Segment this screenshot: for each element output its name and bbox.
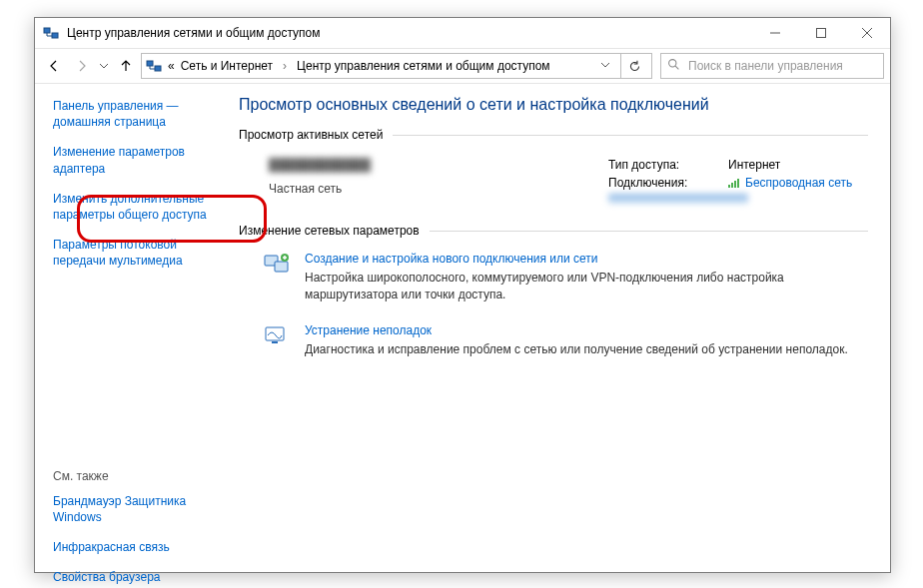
search-box[interactable] [660,53,884,79]
sidebar-link-sharing[interactable]: Изменить дополнительные параметры общего… [53,191,213,223]
svg-rect-4 [155,66,161,71]
access-type-label: Тип доступа: [608,158,708,172]
svg-rect-10 [272,341,278,343]
recent-button[interactable] [97,53,111,79]
section-active-networks: Просмотр активных сетей [239,128,868,142]
see-also-heading: См. также [53,469,213,483]
sidebar-link-streaming[interactable]: Параметры потоковой передачи мультимедиа [53,237,213,269]
sidebar-link-adapter[interactable]: Изменение параметров адаптера [53,144,213,176]
wifi-bars-icon [728,178,739,188]
close-button[interactable] [844,18,890,48]
maximize-button[interactable] [798,18,844,48]
section-change-settings: Изменение сетевых параметров [239,224,868,238]
breadcrumb-prefix: « [168,59,175,73]
connection-link[interactable]: Беспроводная сеть [728,176,852,190]
svg-rect-3 [147,61,153,66]
sidebar-link-browser[interactable]: Свойства браузера [53,569,213,585]
back-button[interactable] [41,53,67,79]
address-bar: « Сеть и Интернет › Центр управления сет… [35,49,890,84]
network-center-icon [146,58,162,74]
sidebar-link-home[interactable]: Панель управления — домашняя страница [53,98,213,130]
minimize-button[interactable] [752,18,798,48]
svg-point-5 [669,60,676,67]
address-dropdown-button[interactable] [596,59,614,73]
svg-rect-1 [52,33,58,38]
new-connection-link[interactable]: Создание и настройка нового подключения … [305,252,868,266]
access-type-value: Интернет [728,158,780,172]
troubleshoot-link[interactable]: Устранение неполадок [305,323,848,337]
svg-rect-2 [817,29,826,38]
breadcrumb-item[interactable]: Сеть и Интернет [181,59,273,73]
troubleshoot-desc: Диагностика и исправление проблем с сеть… [305,341,848,358]
troubleshoot-icon [263,323,291,347]
window-title: Центр управления сетями и общим доступом [67,26,752,40]
search-input[interactable] [686,58,877,74]
breadcrumb-box[interactable]: « Сеть и Интернет › Центр управления сет… [141,53,652,79]
refresh-button[interactable] [620,54,647,78]
sidebar: Панель управления — домашняя страница Из… [35,84,225,574]
titlebar: Центр управления сетями и общим доступом [35,18,890,49]
svg-rect-0 [44,28,50,33]
chevron-right-icon[interactable]: › [279,59,291,73]
sidebar-link-infrared[interactable]: Инфракрасная связь [53,539,213,555]
up-button[interactable] [113,53,139,79]
new-connection-icon [263,252,291,276]
page-title: Просмотр основных сведений о сети и наст… [239,96,868,114]
svg-rect-7 [275,262,288,272]
control-panel-window: Центр управления сетями и общим доступом… [34,17,891,573]
connections-label: Подключения: [608,176,708,190]
active-network-type: Частная сеть [269,182,608,196]
new-connection-desc: Настройка широкополосного, коммутируемог… [305,270,868,303]
breadcrumb-item[interactable]: Центр управления сетями и общим доступом [297,59,550,73]
forward-button[interactable] [69,53,95,79]
ssid-blurred [608,194,748,204]
main-content: Просмотр основных сведений о сети и наст… [225,84,890,574]
sidebar-link-firewall[interactable]: Брандмауэр Защитника Windows [53,493,213,525]
network-center-icon [43,25,59,41]
active-network-name: ████████████ [269,158,608,172]
search-icon [667,58,680,74]
